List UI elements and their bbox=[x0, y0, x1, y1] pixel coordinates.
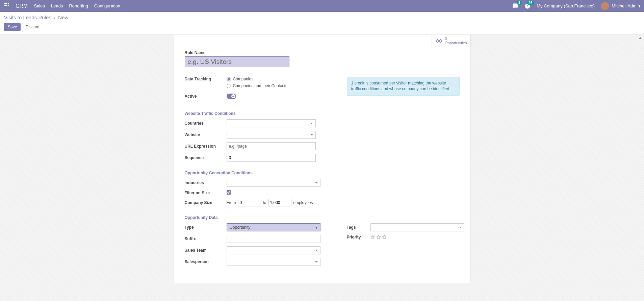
star-icon[interactable] bbox=[382, 235, 387, 240]
breadcrumb-sep: / bbox=[54, 15, 55, 20]
company-size-label: Company Size bbox=[185, 200, 227, 205]
chevron-down-icon: ▾ bbox=[315, 225, 317, 230]
countries-input[interactable] bbox=[227, 119, 316, 127]
salesteam-label: Sales Team bbox=[185, 248, 227, 253]
stat-label: Opportunities bbox=[445, 41, 467, 45]
url-expression-input[interactable] bbox=[227, 142, 316, 150]
nav-leads[interactable]: Leads bbox=[51, 3, 63, 8]
radio-companies-contacts[interactable]: Companies and their Contacts bbox=[227, 83, 333, 88]
data-tracking-label: Data Tracking bbox=[185, 77, 227, 81]
svg-rect-5 bbox=[8, 5, 9, 6]
svg-rect-0 bbox=[4, 3, 6, 4]
activities-icon[interactable]: 26 bbox=[524, 3, 531, 9]
size-from-input[interactable] bbox=[238, 199, 261, 206]
activities-badge: 26 bbox=[527, 1, 534, 5]
form-sheet: 0 Opportunities Rule Name Data Tracking … bbox=[174, 35, 471, 283]
nav-sales[interactable]: Sales bbox=[34, 3, 45, 8]
tags-label: Tags bbox=[347, 225, 370, 230]
type-value: Opportunity bbox=[230, 225, 251, 230]
handshake-icon bbox=[435, 38, 443, 44]
section-oppdata-title: Opportunity Data bbox=[185, 215, 460, 220]
website-label: Website bbox=[185, 132, 227, 137]
scroll-up-icon[interactable] bbox=[639, 37, 642, 39]
messages-icon[interactable]: 4 bbox=[512, 3, 518, 9]
nav-reporting[interactable]: Reporting bbox=[69, 3, 88, 8]
discard-button[interactable]: Discard bbox=[22, 23, 43, 31]
breadcrumb: Visits to Leads Rules / New bbox=[4, 15, 640, 20]
svg-rect-3 bbox=[4, 5, 6, 6]
messages-badge: 4 bbox=[517, 1, 522, 5]
sequence-input[interactable] bbox=[227, 154, 316, 162]
countries-label: Countries bbox=[185, 121, 227, 126]
employees-text: employees bbox=[293, 200, 313, 205]
active-toggle[interactable] bbox=[227, 94, 236, 99]
size-to-input[interactable] bbox=[268, 199, 291, 206]
priority-stars[interactable] bbox=[370, 235, 464, 240]
salesperson-input[interactable] bbox=[227, 258, 320, 266]
salesteam-input[interactable] bbox=[227, 246, 320, 254]
star-icon[interactable] bbox=[376, 235, 381, 240]
priority-label: Priority bbox=[347, 235, 370, 240]
tags-input[interactable] bbox=[370, 223, 464, 231]
rule-name-label: Rule Name bbox=[185, 50, 460, 55]
control-panel: Visits to Leads Rules / New Save Discard bbox=[0, 12, 644, 35]
suffix-input[interactable] bbox=[227, 235, 320, 243]
type-label: Type bbox=[185, 225, 227, 230]
breadcrumb-parent[interactable]: Visits to Leads Rules bbox=[4, 15, 51, 20]
avatar bbox=[601, 2, 609, 10]
stat-count: 0 bbox=[445, 36, 467, 41]
section-oppgen-title: Opportunity Generation Conditions bbox=[185, 171, 460, 175]
industries-input[interactable] bbox=[227, 179, 320, 187]
active-label: Active bbox=[185, 94, 227, 99]
filter-size-label: Filter on Size bbox=[185, 191, 227, 195]
svg-rect-4 bbox=[6, 5, 7, 6]
suffix-label: Suffix bbox=[185, 236, 227, 241]
website-input[interactable] bbox=[227, 131, 316, 139]
user-name: Mitchell Admin bbox=[612, 3, 640, 8]
section-traffic-title: Website Traffic Conditions bbox=[185, 111, 460, 116]
company-switcher[interactable]: My Company (San Francisco) bbox=[537, 3, 595, 8]
user-menu[interactable]: Mitchell Admin bbox=[601, 2, 640, 10]
svg-rect-1 bbox=[6, 3, 7, 4]
to-text: to bbox=[263, 200, 266, 205]
filter-size-checkbox[interactable] bbox=[227, 190, 231, 195]
from-text: From bbox=[227, 200, 236, 205]
app-title[interactable]: CRM bbox=[16, 3, 28, 9]
type-select[interactable]: Opportunity ▾ bbox=[227, 223, 320, 231]
star-icon[interactable] bbox=[370, 235, 375, 240]
industries-label: Industries bbox=[185, 180, 227, 185]
nav-configuration[interactable]: Configuration bbox=[94, 3, 120, 8]
rule-name-input[interactable] bbox=[185, 56, 289, 67]
sequence-label: Sequence bbox=[185, 155, 227, 160]
breadcrumb-current: New bbox=[58, 15, 68, 20]
opportunities-stat-button[interactable]: 0 Opportunities bbox=[432, 35, 470, 47]
svg-rect-2 bbox=[8, 3, 9, 4]
apps-icon[interactable] bbox=[4, 3, 9, 9]
radio-companies[interactable]: Companies bbox=[227, 77, 333, 81]
save-button[interactable]: Save bbox=[4, 23, 21, 31]
credit-info-alert: 1 credit is consumed per visitor matchin… bbox=[347, 77, 460, 96]
url-expression-label: URL Expression bbox=[185, 144, 227, 149]
salesperson-label: Salesperson bbox=[185, 259, 227, 264]
top-navbar: CRM Sales Leads Reporting Configuration … bbox=[0, 0, 644, 12]
